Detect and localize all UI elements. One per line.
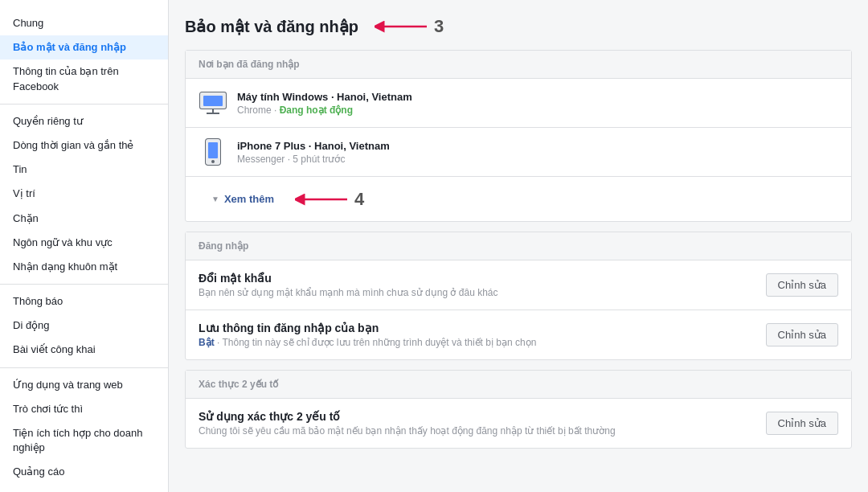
device-name-1: iPhone 7 Plus · Hanoi, Vietnam [237, 140, 390, 152]
sidebar-item-tin[interactable]: Tin [0, 158, 168, 182]
sidebar-item-quang-cao[interactable]: Quảng cáo [0, 460, 168, 484]
login-locations-section: Nơi bạn đã đăng nhập Máy tính Windows · … [185, 50, 852, 222]
sidebar-item-bai-viet[interactable]: Bài viết công khai [0, 338, 168, 362]
sidebar-group-2: Thông báoDi độngBài viết công khai [0, 285, 168, 368]
sidebar-item-dong-thoi-gian[interactable]: Dòng thời gian và gắn thẻ [0, 133, 168, 158]
svg-rect-5 [203, 96, 223, 106]
active-status: Đang hoạt động [280, 105, 353, 116]
device-info-1: iPhone 7 Plus · Hanoi, VietnamMessenger … [237, 140, 390, 165]
sidebar: // Will be populated below ChungBảo mật … [0, 0, 169, 492]
device-entry-1: iPhone 7 Plus · Hanoi, VietnamMessenger … [186, 128, 851, 177]
page-title: Bảo mật và đăng nhập [185, 17, 358, 36]
login-setting-row-0: Đổi mật khẩuBạn nên sử dụng mật khẩu mạn… [186, 260, 851, 310]
sidebar-item-chan[interactable]: Chặn [0, 207, 168, 231]
two-factor-edit-btn-0[interactable]: Chỉnh sửa [766, 412, 838, 435]
svg-point-9 [211, 160, 215, 163]
login-setting-desc-1: Bật · Thông tin này sẽ chỉ được lưu trên… [199, 337, 766, 348]
arrow3-icon [375, 17, 431, 36]
login-setting-info-1: Lưu thông tin đăng nhập của bạnBật · Thô… [199, 322, 766, 348]
two-factor-desc-0: Chúng tôi sẽ yêu cầu mã bảo mật nếu bạn … [199, 425, 766, 437]
svg-rect-8 [208, 142, 218, 158]
sidebar-item-chung[interactable]: Chung [0, 11, 168, 35]
chevron-down-icon: ▼ [211, 195, 219, 203]
login-settings-section: Đăng nhậpĐổi mật khẩuBạn nên sử dụng mật… [185, 232, 852, 360]
see-more-row: ▼Xem thêm 4 [186, 177, 851, 221]
device-name-0: Máy tính Windows · Hanoi, Vietnam [237, 91, 412, 103]
sidebar-group-1: Quyền riêng tưDòng thời gian và gắn thẻT… [0, 105, 168, 285]
sidebar-item-ngon-ngu[interactable]: Ngôn ngữ và khu vực [0, 231, 168, 255]
device-info-0: Máy tính Windows · Hanoi, VietnamChrome … [237, 91, 412, 116]
login-locations-header: Nơi bạn đã đăng nhập [186, 51, 851, 79]
arrow4-icon [295, 190, 351, 209]
sidebar-item-nhan-dang[interactable]: Nhận dạng khuôn mặt [0, 255, 168, 279]
see-more-button[interactable]: ▼Xem thêm [199, 185, 287, 213]
step4-label: 4 [354, 189, 364, 210]
two-factor-section: Xác thực 2 yếu tốSử dụng xác thực 2 yếu … [185, 370, 852, 449]
see-more-label: Xem thêm [224, 193, 274, 205]
sidebar-item-vi-tri[interactable]: Vị trí [0, 182, 168, 206]
login-edit-btn-1[interactable]: Chỉnh sửa [766, 323, 838, 346]
sidebar-group-3: Ứng dụng và trang webTrò chơi tức thìTiệ… [0, 368, 168, 492]
device-entry-0: Máy tính Windows · Hanoi, VietnamChrome … [186, 79, 851, 128]
sidebar-item-bao-mat[interactable]: Bảo mật và đăng nhập [0, 35, 168, 59]
sidebar-item-quyen-rieng-tu[interactable]: Quyền riêng tư [0, 109, 168, 133]
two-factor-header: Xác thực 2 yếu tố [186, 371, 851, 399]
sidebar-item-di-dong[interactable]: Di động [0, 314, 168, 338]
sidebar-item-ung-dung[interactable]: Ứng dụng và trang web [0, 373, 168, 397]
two-factor-info-0: Sử dụng xác thực 2 yếu tốChúng tôi sẽ yê… [199, 410, 766, 437]
login-setting-title-1: Lưu thông tin đăng nhập của bạn [199, 322, 766, 334]
login-setting-info-0: Đổi mật khẩuBạn nên sử dụng mật khẩu mạn… [199, 272, 766, 298]
sidebar-item-thanh-toan[interactable]: Thanh toán [0, 485, 168, 492]
step3-label: 3 [434, 16, 444, 37]
two-factor-title-0: Sử dụng xác thực 2 yếu tố [199, 410, 766, 423]
login-setting-desc-0: Bạn nên sử dụng mật khẩu mạnh mà mình ch… [199, 287, 766, 298]
status-highlight: Bật [199, 337, 215, 348]
device-detail-0: Chrome · Đang hoạt động [237, 105, 412, 116]
login-setting-title-0: Đổi mật khẩu [199, 272, 766, 285]
main-content: Bảo mật và đăng nhập 3 Nơi bạn đã đăng n… [169, 0, 868, 492]
device-detail-1: Messenger · 5 phút trước [237, 154, 390, 165]
login-edit-btn-0[interactable]: Chỉnh sửa [766, 273, 838, 297]
sidebar-item-tro-choi[interactable]: Trò chơi tức thì [0, 397, 168, 421]
phone-icon [199, 137, 227, 166]
two-factor-row-0: Sử dụng xác thực 2 yếu tốChúng tôi sẽ yê… [186, 399, 851, 448]
sidebar-item-thong-bao[interactable]: Thông báo [0, 289, 168, 314]
login-setting-row-1: Lưu thông tin đăng nhập của bạnBật · Thô… [186, 310, 851, 359]
sidebar-item-tien-ich[interactable]: Tiện ích tích hợp cho doanh nghiệp [0, 421, 168, 460]
desktop-icon [199, 88, 227, 117]
sidebar-group-0: ChungBảo mật và đăng nhậpThông tin của b… [0, 6, 168, 105]
sidebar-item-thong-tin[interactable]: Thông tin của bạn trên Facebook [0, 59, 168, 98]
login-settings-header: Đăng nhập [186, 232, 851, 260]
